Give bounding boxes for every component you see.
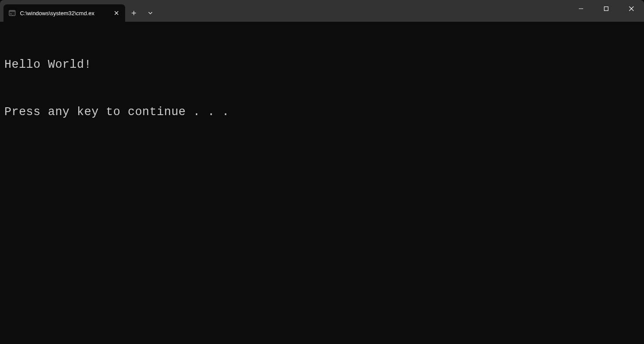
maximize-button[interactable] [594,0,619,17]
tab-area: >_ C:\windows\system32\cmd.ex [0,0,158,22]
svg-text:>_: >_ [10,12,14,16]
new-tab-button[interactable] [126,5,142,21]
tab-close-button[interactable] [112,9,121,17]
terminal-output[interactable]: Hello World! Press any key to continue .… [0,22,644,139]
titlebar: >_ C:\windows\system32\cmd.ex [0,0,644,22]
tab-dropdown-button[interactable] [143,5,158,21]
minimize-button[interactable] [568,0,594,17]
output-line: Hello World! [4,57,640,73]
tab-active[interactable]: >_ C:\windows\system32\cmd.ex [3,4,125,22]
svg-rect-8 [604,7,608,11]
tab-title: C:\windows\system32\cmd.ex [20,10,108,17]
terminal-icon: >_ [9,10,16,17]
window-controls [568,0,644,17]
close-window-button[interactable] [619,0,644,17]
output-line: Press any key to continue . . . [4,104,640,120]
